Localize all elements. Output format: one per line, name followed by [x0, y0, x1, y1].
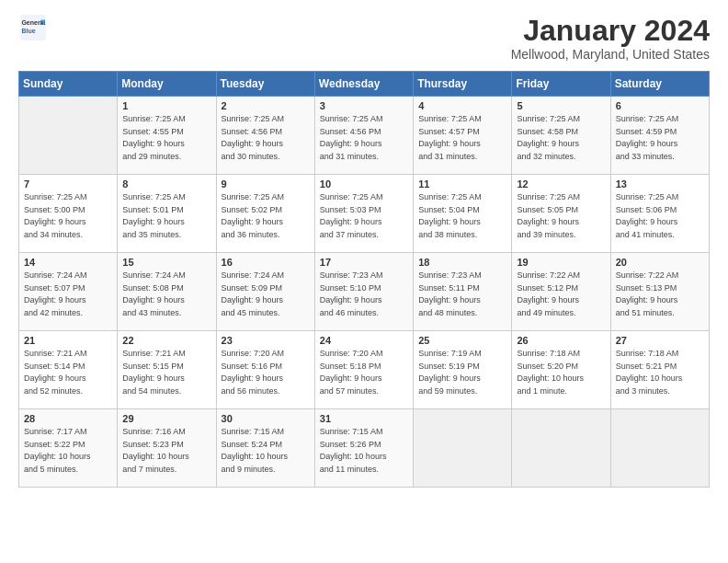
- day-info: Sunrise: 7:20 AMSunset: 5:16 PMDaylight:…: [222, 348, 310, 397]
- day-number: 27: [616, 335, 704, 346]
- calendar-cell: 19Sunrise: 7:22 AMSunset: 5:12 PMDayligh…: [512, 253, 610, 331]
- calendar-cell: 22Sunrise: 7:21 AMSunset: 5:15 PMDayligh…: [118, 331, 216, 409]
- header: General Blue January 2024 Mellwood, Mary…: [18, 15, 710, 62]
- day-info: Sunrise: 7:18 AMSunset: 5:20 PMDaylight:…: [517, 348, 605, 397]
- day-info: Sunrise: 7:23 AMSunset: 5:11 PMDaylight:…: [418, 270, 506, 319]
- calendar-cell: [19, 97, 118, 175]
- calendar-cell: 13Sunrise: 7:25 AMSunset: 5:06 PMDayligh…: [610, 175, 709, 253]
- day-header-thursday: Thursday: [414, 72, 512, 97]
- calendar-cell: 6Sunrise: 7:25 AMSunset: 4:59 PMDaylight…: [610, 97, 709, 175]
- calendar-cell: 3Sunrise: 7:25 AMSunset: 4:56 PMDaylight…: [314, 97, 413, 175]
- day-info: Sunrise: 7:25 AMSunset: 4:57 PMDaylight:…: [418, 113, 506, 163]
- calendar-cell: 21Sunrise: 7:21 AMSunset: 5:14 PMDayligh…: [19, 331, 118, 409]
- calendar-cell: 30Sunrise: 7:15 AMSunset: 5:24 PMDayligh…: [216, 409, 314, 488]
- day-info: Sunrise: 7:18 AMSunset: 5:21 PMDaylight:…: [616, 348, 704, 397]
- day-number: 20: [616, 257, 704, 268]
- day-number: 15: [122, 257, 210, 268]
- day-number: 4: [418, 100, 506, 111]
- day-info: Sunrise: 7:25 AMSunset: 5:06 PMDaylight:…: [616, 191, 704, 241]
- day-number: 19: [517, 257, 605, 268]
- calendar-cell: 15Sunrise: 7:24 AMSunset: 5:08 PMDayligh…: [118, 253, 216, 331]
- day-number: 9: [222, 178, 310, 190]
- month-title: January 2024: [511, 15, 710, 47]
- calendar-cell: 5Sunrise: 7:25 AMSunset: 4:58 PMDaylight…: [512, 97, 610, 175]
- calendar-cell: 8Sunrise: 7:25 AMSunset: 5:01 PMDaylight…: [118, 175, 216, 253]
- day-info: Sunrise: 7:25 AMSunset: 5:00 PMDaylight:…: [24, 191, 112, 241]
- calendar-week-row: 28Sunrise: 7:17 AMSunset: 5:22 PMDayligh…: [19, 409, 710, 488]
- day-number: 8: [122, 178, 210, 190]
- day-header-monday: Monday: [118, 72, 216, 97]
- page: General Blue January 2024 Mellwood, Mary…: [0, 0, 728, 563]
- calendar-cell: 4Sunrise: 7:25 AMSunset: 4:57 PMDaylight…: [414, 97, 512, 175]
- title-area: January 2024 Mellwood, Maryland, United …: [511, 15, 710, 62]
- day-number: 28: [24, 413, 112, 424]
- day-header-friday: Friday: [512, 72, 610, 97]
- day-number: 3: [320, 100, 408, 111]
- day-number: 5: [517, 100, 605, 111]
- calendar-cell: 25Sunrise: 7:19 AMSunset: 5:19 PMDayligh…: [414, 331, 512, 409]
- logo-content: General Blue: [18, 15, 46, 44]
- calendar-cell: 28Sunrise: 7:17 AMSunset: 5:22 PMDayligh…: [19, 409, 118, 488]
- day-info: Sunrise: 7:24 AMSunset: 5:08 PMDaylight:…: [122, 270, 210, 319]
- svg-text:Blue: Blue: [21, 28, 35, 34]
- day-info: Sunrise: 7:25 AMSunset: 5:05 PMDaylight:…: [517, 191, 605, 241]
- calendar-cell: 10Sunrise: 7:25 AMSunset: 5:03 PMDayligh…: [314, 175, 413, 253]
- day-info: Sunrise: 7:21 AMSunset: 5:15 PMDaylight:…: [122, 348, 210, 397]
- day-number: 2: [222, 100, 310, 111]
- calendar-cell: [512, 409, 610, 488]
- day-info: Sunrise: 7:25 AMSunset: 4:55 PMDaylight:…: [122, 113, 210, 163]
- calendar-cell: 14Sunrise: 7:24 AMSunset: 5:07 PMDayligh…: [19, 253, 118, 331]
- location-title: Mellwood, Maryland, United States: [511, 47, 710, 62]
- day-number: 7: [24, 178, 112, 190]
- day-number: 11: [418, 178, 506, 190]
- day-number: 21: [24, 335, 112, 346]
- calendar-cell: 7Sunrise: 7:25 AMSunset: 5:00 PMDaylight…: [19, 175, 118, 253]
- day-info: Sunrise: 7:25 AMSunset: 5:01 PMDaylight:…: [122, 191, 210, 241]
- calendar-week-row: 14Sunrise: 7:24 AMSunset: 5:07 PMDayligh…: [19, 253, 710, 331]
- calendar-cell: 31Sunrise: 7:15 AMSunset: 5:26 PMDayligh…: [314, 409, 413, 488]
- day-info: Sunrise: 7:25 AMSunset: 4:56 PMDaylight:…: [222, 113, 310, 163]
- calendar-week-row: 7Sunrise: 7:25 AMSunset: 5:00 PMDaylight…: [19, 175, 710, 253]
- day-info: Sunrise: 7:16 AMSunset: 5:23 PMDaylight:…: [122, 426, 210, 476]
- calendar-cell: 18Sunrise: 7:23 AMSunset: 5:11 PMDayligh…: [414, 253, 512, 331]
- calendar-week-row: 1Sunrise: 7:25 AMSunset: 4:55 PMDaylight…: [19, 97, 710, 175]
- day-info: Sunrise: 7:23 AMSunset: 5:10 PMDaylight:…: [320, 270, 408, 319]
- day-header-tuesday: Tuesday: [216, 72, 314, 97]
- day-info: Sunrise: 7:25 AMSunset: 5:02 PMDaylight:…: [222, 191, 310, 241]
- calendar-cell: 29Sunrise: 7:16 AMSunset: 5:23 PMDayligh…: [118, 409, 216, 488]
- day-info: Sunrise: 7:25 AMSunset: 5:03 PMDaylight:…: [320, 191, 408, 241]
- calendar-cell: 20Sunrise: 7:22 AMSunset: 5:13 PMDayligh…: [610, 253, 709, 331]
- day-info: Sunrise: 7:22 AMSunset: 5:12 PMDaylight:…: [517, 270, 605, 319]
- calendar-table: SundayMondayTuesdayWednesdayThursdayFrid…: [18, 71, 710, 488]
- day-number: 1: [122, 100, 210, 111]
- day-header-wednesday: Wednesday: [314, 72, 413, 97]
- calendar-week-row: 21Sunrise: 7:21 AMSunset: 5:14 PMDayligh…: [19, 331, 710, 409]
- calendar-cell: 23Sunrise: 7:20 AMSunset: 5:16 PMDayligh…: [216, 331, 314, 409]
- calendar-cell: 1Sunrise: 7:25 AMSunset: 4:55 PMDaylight…: [118, 97, 216, 175]
- day-info: Sunrise: 7:19 AMSunset: 5:19 PMDaylight:…: [418, 348, 506, 397]
- day-number: 16: [222, 257, 310, 268]
- day-number: 25: [418, 335, 506, 346]
- day-info: Sunrise: 7:20 AMSunset: 5:18 PMDaylight:…: [320, 348, 408, 397]
- day-number: 29: [122, 413, 210, 424]
- day-number: 10: [320, 178, 408, 190]
- day-info: Sunrise: 7:25 AMSunset: 4:59 PMDaylight:…: [616, 113, 704, 163]
- calendar-cell: 27Sunrise: 7:18 AMSunset: 5:21 PMDayligh…: [610, 331, 709, 409]
- calendar-cell: 2Sunrise: 7:25 AMSunset: 4:56 PMDaylight…: [216, 97, 314, 175]
- day-info: Sunrise: 7:25 AMSunset: 4:58 PMDaylight:…: [517, 113, 605, 163]
- day-info: Sunrise: 7:25 AMSunset: 5:04 PMDaylight:…: [418, 191, 506, 241]
- logo: General Blue: [18, 15, 46, 44]
- logo-icon: General Blue: [20, 15, 46, 40]
- day-number: 6: [616, 100, 704, 111]
- day-info: Sunrise: 7:15 AMSunset: 5:24 PMDaylight:…: [222, 426, 310, 476]
- calendar-cell: 12Sunrise: 7:25 AMSunset: 5:05 PMDayligh…: [512, 175, 610, 253]
- calendar-cell: 26Sunrise: 7:18 AMSunset: 5:20 PMDayligh…: [512, 331, 610, 409]
- day-number: 26: [517, 335, 605, 346]
- day-info: Sunrise: 7:25 AMSunset: 4:56 PMDaylight:…: [320, 113, 408, 163]
- calendar-cell: [414, 409, 512, 488]
- day-info: Sunrise: 7:24 AMSunset: 5:09 PMDaylight:…: [222, 270, 310, 319]
- day-number: 24: [320, 335, 408, 346]
- calendar-cell: 16Sunrise: 7:24 AMSunset: 5:09 PMDayligh…: [216, 253, 314, 331]
- day-info: Sunrise: 7:15 AMSunset: 5:26 PMDaylight:…: [320, 426, 408, 476]
- calendar-cell: 24Sunrise: 7:20 AMSunset: 5:18 PMDayligh…: [314, 331, 413, 409]
